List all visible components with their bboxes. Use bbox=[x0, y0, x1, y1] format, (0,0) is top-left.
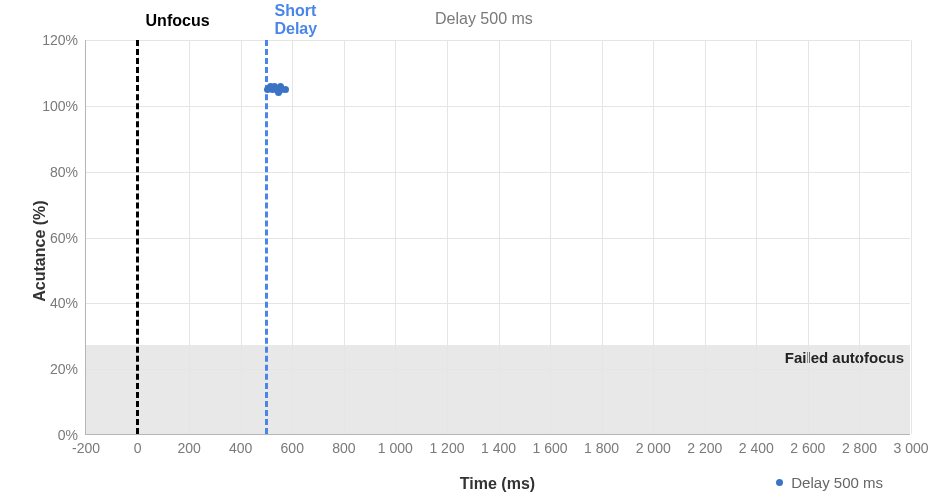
legend-series-label: Delay 500 ms bbox=[791, 474, 883, 491]
gridline-vertical bbox=[705, 40, 706, 434]
legend: Delay 500 ms bbox=[776, 474, 883, 491]
x-tick-label: 200 bbox=[177, 440, 200, 456]
gridline-vertical bbox=[189, 40, 190, 434]
gridline-vertical bbox=[241, 40, 242, 434]
chart-title: Delay 500 ms bbox=[350, 10, 943, 28]
x-tick-label: 2 600 bbox=[790, 440, 825, 456]
gridline-vertical bbox=[911, 40, 912, 434]
x-tick-label: 2 400 bbox=[739, 440, 774, 456]
x-tick-label: 400 bbox=[229, 440, 252, 456]
x-tick-label: 1 200 bbox=[429, 440, 464, 456]
gridline-vertical bbox=[447, 40, 448, 434]
x-tick-label: 800 bbox=[332, 440, 355, 456]
failed-autofocus-label: Failed autofocus bbox=[785, 349, 904, 366]
gridline-vertical bbox=[756, 40, 757, 434]
y-tick-label: 20% bbox=[50, 361, 78, 377]
x-tick-label: 2 000 bbox=[636, 440, 671, 456]
data-point bbox=[282, 86, 289, 93]
plot-area: Failed autofocus 0%20%40%60%80%100%120%-… bbox=[85, 40, 910, 435]
gridline-vertical bbox=[550, 40, 551, 434]
reference-line-label: Short Delay bbox=[274, 2, 317, 39]
gridline-vertical bbox=[395, 40, 396, 434]
chart-container: Delay 500 ms Acutance (%) Failed autofoc… bbox=[0, 0, 943, 501]
reference-line-label: Unfocus bbox=[146, 12, 210, 30]
gridline-vertical bbox=[859, 40, 860, 434]
x-tick-label: 1 800 bbox=[584, 440, 619, 456]
x-tick-label: 2 800 bbox=[842, 440, 877, 456]
gridline-vertical bbox=[292, 40, 293, 434]
gridline-vertical bbox=[499, 40, 500, 434]
y-tick-label: 60% bbox=[50, 230, 78, 246]
x-tick-label: 1 400 bbox=[481, 440, 516, 456]
gridline-vertical bbox=[808, 40, 809, 434]
x-tick-label: 3 000 bbox=[893, 440, 928, 456]
x-tick-label: 600 bbox=[281, 440, 304, 456]
y-tick-label: 80% bbox=[50, 164, 78, 180]
legend-marker-icon bbox=[776, 479, 783, 486]
reference-line-dash bbox=[265, 40, 268, 434]
x-tick-label: 2 200 bbox=[687, 440, 722, 456]
y-axis-label: Acutance (%) bbox=[31, 200, 49, 301]
gridline-vertical bbox=[653, 40, 654, 434]
reference-line-dash bbox=[136, 40, 139, 434]
x-tick-label: -200 bbox=[72, 440, 100, 456]
x-tick-label: 1 000 bbox=[378, 440, 413, 456]
gridline-vertical bbox=[344, 40, 345, 434]
gridline-vertical bbox=[602, 40, 603, 434]
y-tick-label: 100% bbox=[42, 98, 78, 114]
y-tick-label: 120% bbox=[42, 32, 78, 48]
x-tick-label: 0 bbox=[134, 440, 142, 456]
x-tick-label: 1 600 bbox=[533, 440, 568, 456]
y-tick-label: 40% bbox=[50, 295, 78, 311]
